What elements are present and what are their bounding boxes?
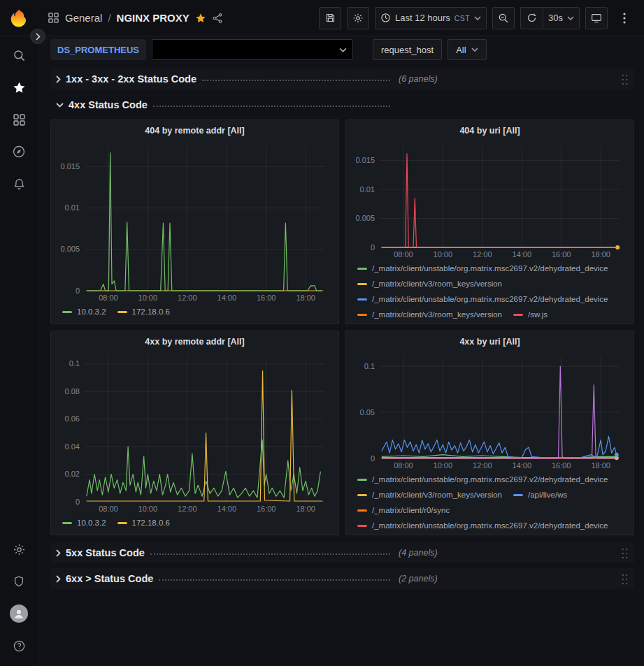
panel-2: 404 by uri [All]08:0010:0012:0014:0016:0… [345,120,634,324]
sidebar-item-starred[interactable] [3,71,34,103]
row-drag-handle[interactable] [621,573,629,585]
legend-item[interactable]: /_matrix/client/r0/sync [357,502,450,518]
favorite-star-icon[interactable] [195,13,206,24]
datasource-select[interactable] [152,39,353,60]
y-axis-label: 0 [371,454,375,463]
y-axis-label: 0.005 [355,214,375,222]
legend-item[interactable]: 172.18.0.6 [117,304,170,319]
grafana-logo[interactable] [0,8,38,29]
row-6xx[interactable]: 6xx > Status Code (2 panels) [50,568,634,589]
legend-item[interactable]: /api/live/ws [513,487,567,502]
toolbar-actions: Last 12 hours CST 30s [319,7,644,29]
expand-sidebar-button[interactable] [30,29,45,44]
save-icon [325,13,336,23]
y-axis-label: 0.005 [60,245,80,253]
legend-label: 10.0.3.2 [77,519,106,527]
request-host-select[interactable]: All [448,39,486,60]
legend-item[interactable]: /_matrix/client/unstable/org.matrix.msc2… [357,472,608,487]
sidebar-item-search[interactable] [3,39,34,71]
row-4xx[interactable]: 4xx Status Code [50,94,634,115]
zoom-out-button[interactable] [492,7,515,29]
time-series-chart[interactable]: 08:0010:0012:0014:0016:0018:0000.0050.01… [350,140,629,260]
legend-item[interactable]: /_matrix/client/unstable/org.matrix.msc2… [357,518,608,533]
chevron-right-icon[interactable] [56,575,61,583]
user-bust-icon [13,607,25,620]
share-icon[interactable] [212,13,223,24]
refresh-interval-label: 30s [548,13,563,23]
x-axis-label: 16:00 [552,461,571,470]
dotted-leader [202,80,390,81]
row-drag-handle[interactable] [621,547,629,559]
panel-title[interactable]: 4xx by remote addr [All] [51,331,338,352]
legend-label: /_matrix/client/v3/room_keys/version [372,310,502,319]
y-axis-label: 0.1 [69,359,80,368]
panel-title[interactable]: 4xx by uri [All] [346,331,634,352]
time-range-picker[interactable]: Last 12 hours CST [375,7,487,29]
y-axis-label: 0 [76,287,80,295]
chevron-down-icon [471,48,478,52]
x-axis-label: 16:00 [257,505,276,513]
tv-mode-button[interactable] [585,7,608,29]
legend-item[interactable]: /_matrix/client/v3/room_keys/version [357,276,502,291]
row-title: 6xx > Status Code [66,573,153,584]
legend-item[interactable]: /sw.js [513,307,548,322]
variable-label-ds-prometheus[interactable]: DS_PROMETHEUS [50,39,146,60]
legend-item[interactable]: /_matrix/client/unstable/org.matrix.msc2… [357,261,608,276]
panel-title[interactable]: 404 by uri [All] [346,120,634,140]
dashboard-title[interactable]: NGINX PROXY [117,12,189,24]
breadcrumb-section[interactable]: General [65,12,102,24]
dashboard-settings-button[interactable] [347,7,369,29]
panel-count: (2 panels) [399,574,438,584]
legend-item[interactable]: /_matrix/client/v3/room_keys/version [357,487,502,502]
legend-label: 172.18.0.6 [132,519,170,527]
legend-item[interactable]: 172.18.0.6 [117,515,170,530]
legend-item[interactable]: 10.0.3.2 [62,515,106,530]
series-color-dash [357,283,367,285]
request-host-label: request_host [381,45,434,55]
time-series-chart[interactable]: 08:0010:0012:0014:0016:0018:0000.020.040… [55,352,334,514]
legend-label: /_matrix/client/unstable/org.matrix.msc2… [372,295,608,303]
x-axis-label: 10:00 [138,505,158,513]
y-axis-label: 0.015 [355,156,375,164]
sidebar-item-profile[interactable] [3,598,34,630]
chart-legend: 10.0.3.2172.18.0.6 [51,303,338,324]
kebab-menu-button[interactable] [613,7,636,29]
refresh-button[interactable] [520,7,543,29]
chevron-down-icon[interactable] [56,103,64,108]
panel-grid: 404 by remote addr [All]08:0010:0012:001… [50,120,634,535]
legend-item[interactable]: /_matrix/client/unstable/org.matrix.msc2… [357,291,608,307]
sidebar-item-help[interactable] [3,630,34,662]
compass-icon [12,145,26,159]
sidebar-item-alerting[interactable] [3,168,34,200]
series-color-dash [513,494,523,496]
legend-item[interactable]: 10.0.3.2 [62,304,106,319]
row-5xx[interactable]: 5xx Status Code (4 panels) [50,542,634,563]
chevron-right-icon[interactable] [56,75,61,83]
sidebar-item-configuration[interactable] [3,533,34,565]
x-axis-label: 10:00 [434,250,453,259]
y-axis-label: 0.04 [65,442,80,451]
chevron-right-icon[interactable] [56,549,61,557]
sidebar-item-server-admin[interactable] [3,565,34,598]
row-title: 1xx - 3xx - 2xx Status Code [66,73,196,85]
legend-label: /_matrix/client/unstable/org.matrix.msc2… [372,264,608,273]
save-dashboard-button[interactable] [319,7,341,29]
series-line [87,440,321,498]
time-series-chart[interactable]: 08:0010:0012:0014:0016:0018:0000.050.1 [350,352,629,471]
variable-label-request-host[interactable]: request_host [373,39,442,60]
sidebar-item-explore[interactable] [3,136,34,168]
row-drag-handle[interactable] [621,73,629,85]
time-series-chart[interactable]: 08:0010:0012:0014:0016:0018:0000.0050.01… [55,140,334,303]
top-navbar: General / NGINX PROXY [0,0,644,36]
panel-title[interactable]: 404 by remote addr [All] [51,120,338,140]
series-color-dash [62,522,72,524]
refresh-interval-dropdown[interactable]: 30s [543,7,580,29]
legend-item[interactable]: /_matrix/client/v3/room_keys/version [357,307,502,322]
legend-label: /_matrix/client/v3/room_keys/version [372,280,502,288]
legend-label: /sw.js [528,310,548,319]
grafana-app: General / NGINX PROXY [0,0,644,666]
sidebar-item-dashboards[interactable] [3,103,34,136]
row-left: 5xx Status Code [56,547,390,558]
x-axis-label: 10:00 [434,461,453,470]
row-1xx-3xx-2xx[interactable]: 1xx - 3xx - 2xx Status Code (6 panels) [50,68,634,89]
